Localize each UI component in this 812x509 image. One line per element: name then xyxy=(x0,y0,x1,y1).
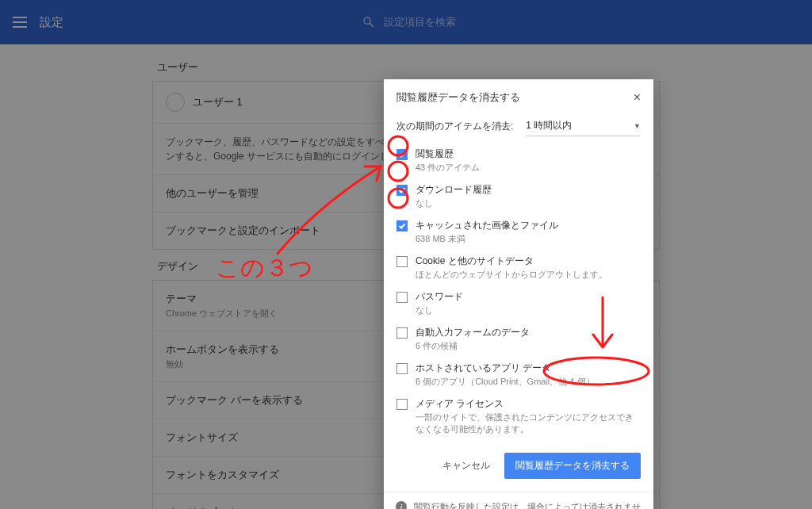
option-subtitle: 43 件のアイテム xyxy=(416,162,480,174)
checkbox-checked-icon[interactable] xyxy=(396,185,408,196)
checkbox-unchecked-icon[interactable] xyxy=(396,363,408,374)
option-subtitle: 6 個のアプリ（Cloud Print、Gmail、他 4 個） xyxy=(416,376,595,388)
clear-option-1[interactable]: ダウンロード履歴なし xyxy=(384,178,653,214)
clear-option-6[interactable]: ホストされているアプリ データ6 個のアプリ（Cloud Print、Gmail… xyxy=(384,357,653,392)
period-value: 1 時間以内 xyxy=(526,119,572,132)
option-title: Cookie と他のサイトデータ xyxy=(416,254,607,268)
option-subtitle: なし xyxy=(416,304,463,316)
checkbox-unchecked-icon[interactable] xyxy=(396,399,408,410)
option-title: メディア ライセンス xyxy=(416,397,641,411)
clear-option-7[interactable]: メディア ライセンス一部のサイトで、保護されたコンテンツにアクセスできなくなる可… xyxy=(384,392,653,440)
period-select[interactable]: 1 時間以内 ▼ xyxy=(526,116,641,136)
clear-browsing-data-dialog: 閲覧履歴データを消去する × 次の期間のアイテムを消去: 1 時間以内 ▼ 閲覧… xyxy=(384,79,653,509)
option-subtitle: 一部のサイトで、保護されたコンテンツにアクセスできなくなる可能性があります。 xyxy=(416,411,641,435)
option-title: 自動入力フォームのデータ xyxy=(416,326,530,339)
info-icon: i xyxy=(395,500,408,509)
dialog-title: 閲覧履歴データを消去する xyxy=(396,90,520,105)
option-title: 閲覧履歴 xyxy=(416,147,480,161)
clear-option-2[interactable]: キャッシュされた画像とファイル638 MB 未満 xyxy=(384,214,653,250)
checkbox-unchecked-icon[interactable] xyxy=(396,256,408,267)
period-label: 次の期間のアイテムを消去: xyxy=(396,120,513,133)
dialog-footer-text: 閲覧行動を反映した設定は、場合によっては消去されません。 詳しく見る xyxy=(414,500,642,509)
svg-text:i: i xyxy=(400,502,402,509)
close-icon[interactable]: × xyxy=(634,90,641,105)
cancel-button[interactable]: キャンセル xyxy=(442,459,490,473)
option-subtitle: 638 MB 未満 xyxy=(416,233,558,245)
option-title: ダウンロード履歴 xyxy=(416,183,492,197)
clear-data-button[interactable]: 閲覧履歴データを消去する xyxy=(504,453,641,479)
clear-option-5[interactable]: 自動入力フォームのデータ6 件の候補 xyxy=(384,321,653,357)
clear-option-0[interactable]: 閲覧履歴43 件のアイテム xyxy=(384,143,653,178)
checkbox-unchecked-icon[interactable] xyxy=(396,327,408,339)
clear-option-4[interactable]: パスワードなし xyxy=(384,285,653,321)
option-title: パスワード xyxy=(416,290,463,304)
checkbox-unchecked-icon[interactable] xyxy=(396,292,408,303)
option-subtitle: ほとんどのウェブサイトからログアウトします。 xyxy=(416,269,607,281)
checkbox-checked-icon[interactable] xyxy=(396,220,408,232)
option-title: キャッシュされた画像とファイル xyxy=(416,219,558,232)
clear-option-3[interactable]: Cookie と他のサイトデータほとんどのウェブサイトからログアウトします。 xyxy=(384,250,653,285)
dropdown-icon: ▼ xyxy=(634,122,641,130)
option-title: ホストされているアプリ データ xyxy=(416,362,595,375)
option-subtitle: なし xyxy=(416,197,492,209)
checkbox-checked-icon[interactable] xyxy=(396,149,408,160)
option-subtitle: 6 件の候補 xyxy=(416,340,530,352)
